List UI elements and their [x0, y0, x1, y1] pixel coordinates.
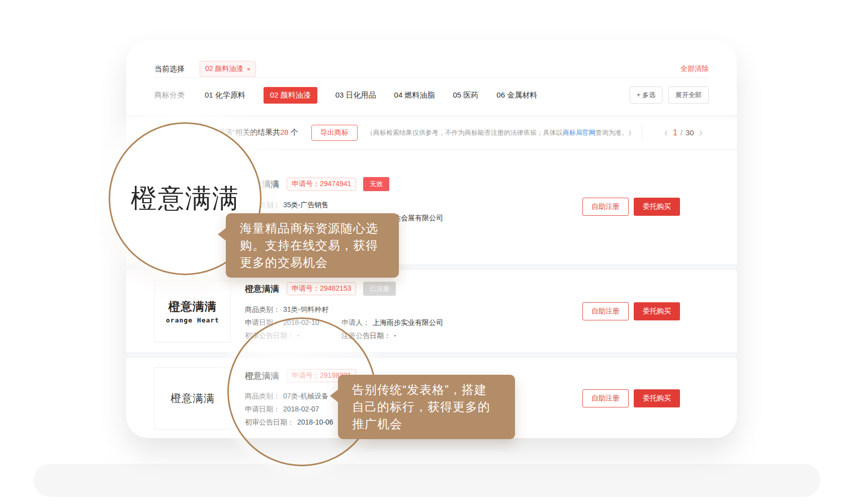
laptop-base: [34, 464, 820, 497]
result-row-2: 橙意满满 orange Heart 橙意满满 申请号：29482153 已注册 …: [126, 270, 737, 352]
row-actions-3: 自助注册 委托购买: [582, 389, 680, 407]
row-actions-2: 自助注册 委托购买: [582, 302, 680, 320]
entrust-buy-button[interactable]: 委托购买: [634, 198, 680, 216]
trademark-image-2[interactable]: 橙意满满 orange Heart: [154, 280, 231, 343]
callout-promotion: 告别传统“发表格”，搭建 自己的标行，获得更多的 推广机会: [338, 375, 515, 439]
magnified-trademark-text: 橙意满满: [131, 181, 239, 216]
selected-filter-tag-text: 02 颜料油漆: [205, 64, 243, 73]
category-row-label: 商标分类: [154, 91, 185, 100]
status-badge-invalid: 无效: [363, 177, 389, 191]
pagination: ‹ 1 / 30 ›: [642, 124, 708, 141]
category-item-03[interactable]: 03 日化用品: [335, 91, 376, 100]
row-separator: [126, 352, 737, 358]
next-page-icon[interactable]: ›: [694, 127, 708, 138]
status-badge-registered: 已注册: [363, 282, 396, 296]
expand-all-button[interactable]: 展开全部: [668, 87, 709, 104]
entrust-buy-button[interactable]: 委托购买: [634, 389, 680, 407]
prev-page-icon[interactable]: ‹: [659, 127, 673, 138]
trademark-name[interactable]: 橙意满满: [245, 283, 279, 295]
current-selection-row: 当前选择 02 颜料油漆 × 全部清除: [154, 40, 709, 77]
category-item-04[interactable]: 04 燃料油脂: [394, 91, 435, 100]
current-selection-label: 当前选择: [154, 64, 185, 74]
trademark-office-link[interactable]: 商标局官网: [563, 129, 595, 136]
page: 当前选择 02 颜料油漆 × 全部清除 商标分类 01 化学原料 02 颜料油漆…: [0, 0, 853, 504]
callout-marketplace: 海量精品商标资源随心选 购。支持在线交易，获得 更多的交易机会: [226, 213, 399, 278]
clear-all-button[interactable]: 全部清除: [680, 64, 709, 73]
results-count-number: 28: [280, 128, 289, 136]
entrust-buy-button[interactable]: 委托购买: [634, 302, 680, 320]
row-actions-1: 自助注册 委托购买: [582, 198, 680, 216]
multi-select-button[interactable]: + 多选: [630, 87, 662, 104]
self-register-button[interactable]: 自助注册: [582, 389, 629, 407]
total-pages: 30: [686, 128, 694, 137]
application-number-tag: 申请号：29474941: [287, 178, 356, 191]
category-item-02-selected[interactable]: 02 颜料油漆: [264, 87, 317, 104]
trademark-image-3[interactable]: 橙意满满: [154, 367, 231, 430]
remove-tag-icon[interactable]: ×: [246, 65, 250, 73]
self-register-button[interactable]: 自助注册: [582, 302, 629, 320]
category-item-05[interactable]: 05 医药: [453, 91, 478, 100]
self-register-button[interactable]: 自助注册: [582, 198, 629, 216]
filter-section: 当前选择 02 颜料油漆 × 全部清除 商标分类 01 化学原料 02 颜料油漆…: [126, 40, 737, 116]
export-trademarks-button[interactable]: 导出商标: [311, 125, 358, 141]
application-number-tag: 申请号：29482153: [287, 282, 356, 295]
category-item-01[interactable]: 01 化学原料: [205, 91, 245, 100]
disclaimer-text: （商标检索结果仅供参考，不作为商标能否注册的法律依据；具体以商标局官网查询为准。…: [367, 128, 635, 137]
category-row: 商标分类 01 化学原料 02 颜料油漆 03 日化用品 04 燃料油脂 05 …: [154, 78, 709, 104]
category-item-06[interactable]: 06 金属材料: [496, 91, 537, 100]
current-page: 1: [673, 128, 677, 137]
selected-filter-tag[interactable]: 02 颜料油漆 ×: [200, 61, 256, 77]
